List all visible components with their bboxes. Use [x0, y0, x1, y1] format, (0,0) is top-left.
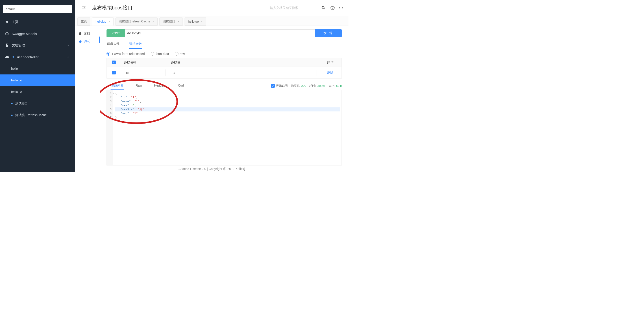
resp-size: 53 b — [336, 84, 342, 88]
resp-time-label: 耗时: — [309, 84, 316, 88]
sidebar-sub-label: helloluo — [11, 90, 22, 94]
delete-link[interactable]: 删除 — [327, 71, 334, 75]
sidebar-item-docs[interactable]: 文档管理 — [0, 40, 75, 51]
tab-helloluo2[interactable]: helloluo ✕ — [184, 18, 206, 26]
menu-collapse-icon[interactable] — [82, 6, 86, 10]
col-name: 参数名称 — [121, 58, 168, 66]
sidebar-sub-label: 测试接口refreshCache — [15, 113, 47, 117]
checkbox-all[interactable]: ✓ — [112, 60, 116, 64]
checkbox-row[interactable]: ✓ — [112, 71, 116, 74]
copyright-icon: C — [223, 167, 226, 171]
tab-home[interactable]: 主页 — [77, 18, 90, 26]
param-name-input[interactable] — [124, 69, 166, 76]
home-icon — [5, 20, 9, 24]
resp-time: 256ms — [316, 84, 325, 88]
col-action: 操作 — [319, 58, 342, 66]
response-section: 响应内容 Raw Headers Curl ✓ 显示说明 响应码: 200 耗时… — [106, 82, 342, 166]
footer: Apache License 2.0 | Copyright C 2019-Kn… — [75, 166, 348, 172]
url-text: /hellobyId — [127, 32, 140, 35]
code-lines: { "id": "1", "name": "1", "sex": 0, "sex… — [113, 90, 342, 165]
tab-helloluo[interactable]: helloluo ✕ — [92, 18, 114, 26]
show-desc-label: 显示说明 — [276, 84, 288, 88]
radio-icon — [151, 52, 154, 56]
topbar-right: 中 — [270, 4, 343, 11]
col-value: 参数值 — [168, 58, 319, 66]
tab-label: 主页 — [81, 20, 87, 24]
sidebar-sub-label: helloluo — [11, 78, 22, 82]
radio-label: form-data — [156, 52, 169, 56]
search-input[interactable] — [270, 4, 317, 11]
sidebar-item-label: 文档管理 — [12, 43, 25, 48]
url-input[interactable]: /hellobyId — [125, 29, 315, 37]
sidebar-item-label: user-controller — [17, 55, 38, 59]
sidebar-sub-refresh[interactable]: 测试接口refreshCache — [0, 110, 75, 121]
close-icon[interactable]: ✕ — [177, 20, 180, 23]
show-desc-toggle[interactable]: ✓ 显示说明 — [271, 84, 288, 88]
body-type-row: x-www-form-urlencoded form-data raw — [106, 52, 342, 56]
close-icon[interactable]: ✕ — [108, 20, 110, 23]
bullet-icon — [12, 56, 14, 58]
req-tab-params[interactable]: 请求参数 — [129, 40, 142, 49]
sidebar-sub-hello[interactable]: hello — [0, 63, 75, 74]
sidebar-sub-helloluo[interactable]: helloluo — [0, 74, 75, 86]
tab-label: 测试接口refreshCache — [119, 20, 150, 24]
subnav-doc[interactable]: 文档 — [77, 30, 98, 38]
radio-raw[interactable]: raw — [175, 52, 185, 56]
send-button[interactable]: 发 送 — [315, 29, 342, 37]
resp-tab-raw[interactable]: Raw — [135, 82, 142, 90]
sidebar-sub-helloluo2[interactable]: helloluo — [0, 86, 75, 98]
sidebar-sub-test[interactable]: 测试接口 — [0, 98, 75, 110]
resp-tab-curl[interactable]: Curl — [178, 82, 184, 90]
radio-label: raw — [180, 52, 185, 56]
subnav-debug[interactable]: 调试 — [77, 38, 98, 45]
sidebar-item-label: Swagger Models — [12, 32, 37, 36]
resp-tab-headers[interactable]: Headers — [154, 82, 166, 90]
cloud-icon — [5, 55, 9, 59]
topbar: 发布模拟boos接口 中 — [75, 0, 348, 16]
code-area[interactable]: 1234567 { "id": "1", "name": "1", "sex":… — [106, 90, 342, 166]
help-icon[interactable] — [330, 6, 335, 10]
subnav-label: 调试 — [84, 39, 90, 43]
sidebar-item-swagger[interactable]: Swagger Models — [0, 28, 75, 40]
footer-left: Apache License 2.0 | Copyright — [178, 167, 222, 171]
tab-label: 测试接口 — [163, 20, 175, 24]
sidebar-top: default — [0, 0, 75, 16]
tab-test[interactable]: 测试接口 ✕ — [160, 18, 183, 26]
resp-tab-content[interactable]: 响应内容 — [110, 82, 124, 90]
search-icon[interactable] — [321, 6, 326, 10]
lang-button[interactable]: 中 — [339, 5, 343, 10]
file-icon — [5, 43, 9, 47]
spec-selector[interactable]: default — [3, 5, 72, 13]
tabs-row: 主页 helloluo ✕ 测试接口refreshCache ✕ 测试接口 ✕ … — [75, 16, 348, 26]
sidebar-item-label: 主页 — [12, 20, 18, 24]
close-icon[interactable]: ✕ — [152, 20, 154, 23]
sidebar: default 主页 Swagger Models 文档管理 user-con — [0, 0, 75, 172]
subnav-label: 文档 — [84, 32, 90, 36]
page-title: 发布模拟boos接口 — [92, 4, 132, 11]
bug-icon — [78, 40, 82, 43]
params-table: ✓ 参数名称 参数值 操作 ✓ 删除 — [106, 58, 342, 79]
cube-icon — [5, 32, 9, 36]
url-row: POST /hellobyId 发 送 — [106, 29, 342, 37]
svg-text:C: C — [224, 168, 226, 170]
request-tabs: 请求头部 请求参数 — [106, 40, 342, 49]
param-value-input[interactable] — [171, 69, 316, 76]
radio-urlencoded[interactable]: x-www-form-urlencoded — [106, 52, 145, 56]
close-icon[interactable]: ✕ — [201, 20, 203, 23]
tab-refresh[interactable]: 测试接口refreshCache ✕ — [116, 18, 158, 26]
resp-size-label: 大小: — [328, 84, 335, 88]
sidebar-menu: 主页 Swagger Models 文档管理 user-controller h… — [0, 16, 75, 172]
chevron-down-icon — [66, 8, 69, 10]
subnav-indicator — [99, 36, 100, 43]
chevron-up-icon — [66, 55, 70, 59]
sidebar-sub-label: hello — [11, 67, 18, 70]
tab-label: helloluo — [188, 20, 199, 23]
radio-icon — [106, 52, 110, 56]
req-tab-headers[interactable]: 请求头部 — [106, 40, 120, 49]
sidebar-item-controller[interactable]: user-controller — [0, 51, 75, 63]
tab-label: helloluo — [96, 20, 106, 23]
dot-icon — [11, 103, 12, 104]
radio-formdata[interactable]: form-data — [151, 52, 169, 56]
doc-icon — [78, 32, 82, 36]
sidebar-item-home[interactable]: 主页 — [0, 16, 75, 28]
